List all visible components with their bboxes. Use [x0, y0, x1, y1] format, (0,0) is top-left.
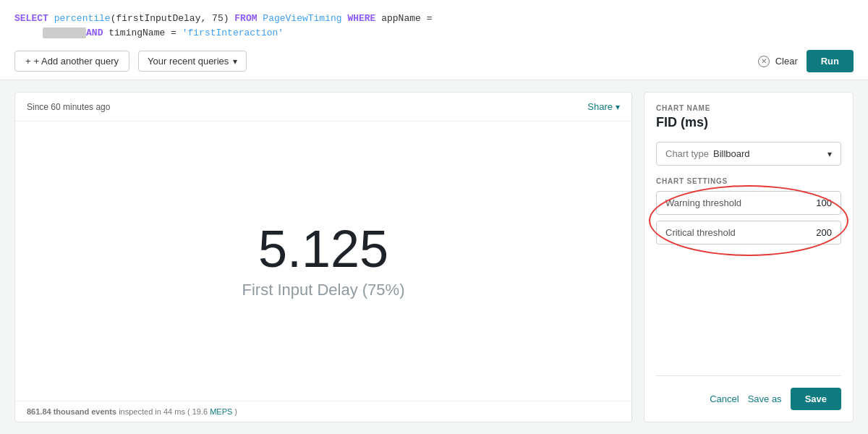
time-range: Since 60 minutes ago [27, 102, 110, 112]
metric-value: 5.125 [258, 223, 388, 275]
plus-icon: + [25, 56, 31, 67]
keyword-and: AND [86, 27, 103, 38]
chart-type-value: Billboard [713, 148, 750, 159]
query-timing: timingName [109, 27, 165, 38]
query-code: SELECT percentile(firstInputDelay, 75) F… [14, 7, 854, 44]
chart-name-value: FID (ms) [656, 115, 841, 130]
query-appname: appName [381, 13, 421, 24]
save-button[interactable]: Save [791, 388, 841, 410]
meps-link[interactable]: MEPS [210, 407, 232, 416]
main-content: Since 60 minutes ago Share 5.125 First I… [0, 80, 868, 434]
add-query-button[interactable]: + + Add another query [14, 51, 129, 72]
critical-threshold-field[interactable]: Critical threshold 200 [656, 221, 841, 244]
footer-text: 861.84 thousand events inspected in 44 m… [27, 407, 237, 416]
chart-area: Since 60 minutes ago Share 5.125 First I… [14, 92, 632, 422]
chart-type-label: Chart type [665, 148, 709, 159]
chart-name-label: CHART NAME [656, 104, 841, 112]
save-as-button[interactable]: Save as [748, 393, 782, 404]
keyword-func: percentile [54, 13, 111, 24]
keyword-from: FROM [234, 13, 257, 24]
settings-panel: CHART NAME FID (ms) Chart type Billboard… [644, 92, 854, 422]
clear-button[interactable]: ✕ Clear [758, 56, 798, 67]
share-button[interactable]: Share [587, 101, 620, 112]
chevron-down-icon [233, 56, 237, 67]
cancel-button[interactable]: Cancel [710, 393, 739, 404]
critical-threshold-label: Critical threshold [665, 227, 816, 238]
toolbar: + + Add another query Your recent querie… [14, 44, 854, 72]
clear-icon: ✕ [758, 56, 770, 67]
metric-label: First Input Delay (75%) [242, 281, 405, 299]
threshold-group: Warning threshold 100 Critical threshold… [656, 191, 841, 250]
warning-threshold-label: Warning threshold [665, 197, 816, 208]
run-button[interactable]: Run [807, 50, 854, 72]
chart-type-select[interactable]: Chart type Billboard [656, 142, 841, 166]
chart-settings-label: CHART SETTINGS [656, 177, 841, 185]
keyword-where: WHERE [347, 13, 375, 24]
warning-threshold-field[interactable]: Warning threshold 100 [656, 191, 841, 215]
recent-queries-button[interactable]: Your recent queries [138, 51, 247, 72]
chevron-down-icon [616, 101, 620, 112]
critical-threshold-value: 200 [816, 227, 832, 238]
query-table: PageViewTiming [263, 13, 341, 24]
settings-footer: Cancel Save as Save [656, 375, 841, 410]
chart-body: 5.125 First Input Delay (75%) [15, 122, 631, 401]
query-bar: SELECT percentile(firstInputDelay, 75) F… [0, 0, 868, 80]
chart-footer: 861.84 thousand events inspected in 44 m… [15, 401, 631, 422]
chart-header: Since 60 minutes ago Share [15, 93, 631, 122]
query-redacted [43, 27, 86, 38]
warning-threshold-value: 100 [816, 197, 832, 208]
query-string-val: 'firstInteraction' [182, 27, 284, 38]
chevron-down-icon [827, 148, 832, 159]
keyword-select: SELECT [14, 13, 48, 24]
